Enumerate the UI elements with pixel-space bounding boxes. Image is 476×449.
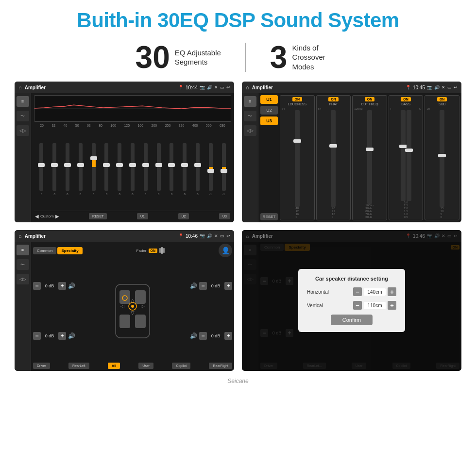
back-icon: ↩ — [226, 85, 230, 90]
eq-slider-14[interactable]: -1 — [209, 142, 213, 196]
eq-slider-8[interactable]: 0 — [131, 142, 135, 196]
eq-u2-btn[interactable]: U2 — [178, 213, 189, 219]
vertical-row: Vertical − 110cm + — [307, 301, 396, 310]
bass-slider-1[interactable] — [401, 110, 406, 201]
eq-slider-12[interactable]: 0 — [183, 142, 187, 196]
bot-left-plus[interactable]: + — [58, 332, 66, 340]
bot-left-minus[interactable]: − — [33, 332, 41, 340]
bass-on-btn[interactable]: ON — [401, 97, 411, 101]
svg-rect-5 — [119, 315, 130, 328]
horizontal-minus-btn[interactable]: − — [353, 287, 362, 296]
cutfreq-slider[interactable] — [367, 110, 372, 204]
vertical-minus-btn[interactable]: − — [353, 301, 362, 310]
window-icon-3: ▭ — [220, 233, 224, 238]
bot-left-val: 0 dB — [43, 333, 56, 338]
camera-icon-2: 📷 — [427, 85, 432, 90]
rearleft-btn[interactable]: RearLeft — [68, 363, 89, 369]
top-right-minus[interactable]: − — [199, 282, 207, 290]
eq-u3-btn[interactable]: U3 — [219, 213, 230, 219]
all-btn[interactable]: All — [108, 363, 120, 369]
eq-slider-13[interactable]: 0 — [196, 142, 200, 196]
loudness-scale-top: 64 — [282, 107, 285, 110]
eq-next-btn[interactable]: ▶ — [55, 214, 59, 219]
sidebar-wave-btn-3[interactable]: 〜 — [17, 259, 29, 270]
top-right-plus[interactable]: + — [224, 282, 232, 290]
bass-f-label: F — [391, 107, 392, 110]
eq-slider-10[interactable]: 0 — [157, 142, 161, 196]
volume-icon-2: 🔊 — [434, 85, 440, 90]
sub-channel: ON SUB 20 151050 — [425, 95, 459, 220]
bass-slider-2[interactable] — [407, 110, 411, 201]
sub-slider[interactable] — [440, 110, 444, 207]
eq-slider-3[interactable]: 0 — [66, 142, 69, 196]
eq-prev-btn[interactable]: ◀ — [35, 214, 39, 219]
driver-btn[interactable]: Driver — [33, 363, 50, 369]
top-left-minus[interactable]: − — [33, 282, 41, 290]
specialty-title: Amplifier — [25, 233, 46, 239]
eq-icons: 📍 10:44 📷 🔊 ✕ ▭ ↩ — [178, 85, 230, 90]
top-right-db: 🔊 − 0 dB + — [190, 282, 232, 290]
eq-sidebar: ≡ 〜 ◁▷ — [15, 93, 31, 222]
svg-rect-6 — [135, 315, 146, 328]
sidebar-wave-btn-2[interactable]: 〜 — [244, 111, 256, 121]
eq-slider-6[interactable]: 0 — [104, 142, 108, 196]
right-controls: 🔊 − 0 dB + 🔊 − 0 dB + — [190, 261, 232, 361]
bot-right-minus[interactable]: − — [199, 332, 207, 340]
bot-left-db: − 0 dB + 🔊 — [33, 332, 75, 340]
svg-text:◁: ◁ — [120, 303, 124, 309]
sidebar-vol-btn-2[interactable]: ◁▷ — [244, 125, 256, 136]
bot-right-val: 0 dB — [209, 333, 222, 338]
specialty-tab[interactable]: Specialty — [57, 247, 82, 254]
eq-slider-11[interactable]: 0 — [170, 142, 173, 196]
u2-preset-btn[interactable]: U2 — [260, 106, 278, 115]
location-icon-3: 📍 — [178, 233, 184, 238]
eq-slider-2[interactable]: 0 — [52, 142, 56, 196]
confirm-button[interactable]: Confirm — [331, 315, 373, 325]
eq-reset-btn[interactable]: RESET — [89, 213, 107, 219]
eq-slider-15[interactable]: -1 — [222, 142, 226, 196]
eq-u1-btn[interactable]: U1 — [137, 213, 148, 219]
speaker-rr-icon: 🔊 — [190, 333, 197, 339]
sidebar-eq-btn-3[interactable]: ≡ — [17, 245, 29, 255]
sidebar-vol-btn-3[interactable]: ◁▷ — [17, 274, 29, 284]
camera-icon-3: 📷 — [200, 233, 205, 238]
specialty-content: ≡ 〜 ◁▷ Common Specialty Fader ON — [15, 242, 234, 371]
crossover-sidebar: ≡ 〜 ◁▷ — [242, 93, 258, 222]
bass-g-label: G — [419, 107, 422, 110]
crossover-reset-btn[interactable]: RESET — [260, 213, 278, 220]
user-btn[interactable]: User — [138, 363, 153, 369]
svg-text:▽: ▽ — [131, 310, 135, 316]
horizontal-plus-btn[interactable]: + — [388, 287, 396, 296]
fader-bars — [159, 247, 165, 254]
sidebar-vol-btn[interactable]: ◁▷ — [17, 125, 29, 136]
crossover-presets-col: U1 U2 U3 RESET — [260, 95, 278, 220]
cutfreq-on-btn[interactable]: ON — [365, 97, 375, 101]
u1-preset-btn[interactable]: U1 — [260, 95, 278, 104]
phat-slider[interactable] — [331, 110, 336, 207]
eq-slider-5[interactable]: 5 — [92, 142, 96, 196]
sidebar-eq-btn[interactable]: ≡ — [17, 96, 29, 107]
copilot-btn[interactable]: Copilot — [172, 363, 190, 369]
loudness-on-btn[interactable]: ON — [292, 97, 303, 101]
bot-right-plus[interactable]: + — [224, 332, 232, 340]
phat-scale-top: 64 — [318, 107, 322, 110]
specialty-screen: ⌂ Amplifier 📍 10:46 📷 🔊 ✕ ▭ ↩ ≡ 〜 ◁▷ — [15, 230, 234, 371]
phat-on-btn[interactable]: ON — [328, 97, 339, 101]
sidebar-wave-btn[interactable]: 〜 — [17, 111, 29, 121]
eq-slider-1[interactable]: 0 — [39, 142, 43, 196]
sub-on-btn[interactable]: ON — [437, 97, 447, 101]
eq-slider-4[interactable]: 0 — [79, 142, 83, 196]
eq-slider-9[interactable]: 0 — [144, 142, 148, 196]
rearright-btn[interactable]: RearRight — [209, 363, 232, 369]
loudness-slider[interactable] — [295, 110, 300, 207]
top-left-plus[interactable]: + — [58, 282, 66, 290]
vertical-plus-btn[interactable]: + — [388, 301, 396, 310]
common-tab[interactable]: Common — [33, 247, 56, 254]
fader-bar-3 — [163, 248, 165, 253]
location-icon-2: 📍 — [406, 85, 411, 90]
dialog-title: Car speaker distance setting — [307, 276, 396, 282]
sidebar-eq-btn-2[interactable]: ≡ — [244, 96, 256, 107]
stat-eq-number: 30 — [136, 42, 170, 73]
u3-preset-btn[interactable]: U3 — [260, 116, 278, 125]
eq-slider-7[interactable]: 0 — [118, 142, 121, 196]
